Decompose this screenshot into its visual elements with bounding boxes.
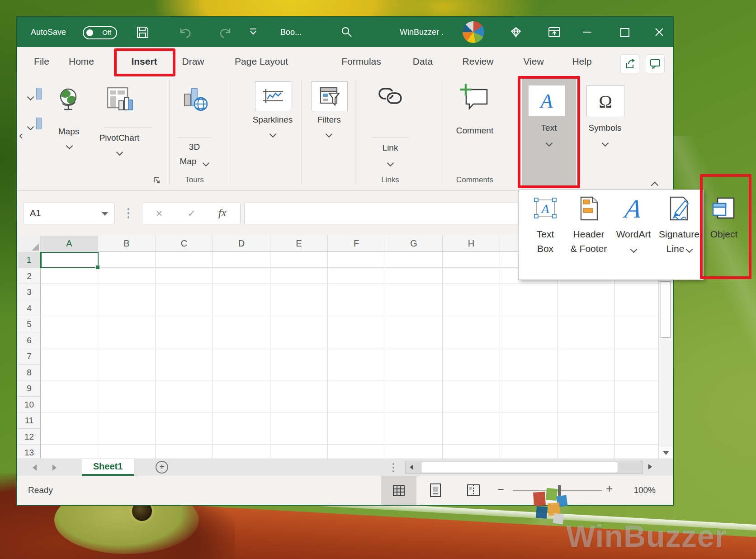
3d-map-label-line2[interactable]: Map xyxy=(175,156,202,166)
row-header[interactable]: 13 xyxy=(18,445,41,459)
name-box-dropdown-icon[interactable] xyxy=(102,212,108,216)
tab-file[interactable]: File xyxy=(31,47,52,76)
name-box[interactable]: A1 xyxy=(23,203,115,224)
menu-item-header-footer[interactable]: Header & Footer xyxy=(567,190,610,280)
3d-map-label-line1[interactable]: 3D xyxy=(181,142,208,152)
chevron-down-icon[interactable] xyxy=(28,93,33,101)
symbols-label[interactable]: Symbols xyxy=(584,123,626,133)
cancel-icon[interactable]: × xyxy=(156,207,162,220)
menu-item-wordart[interactable]: A WordArt xyxy=(612,190,655,280)
new-comment-icon[interactable] xyxy=(458,83,491,116)
column-header[interactable]: F xyxy=(328,236,385,252)
zoom-slider-thumb[interactable] xyxy=(558,485,561,496)
collapse-left-icon[interactable]: ‹ xyxy=(19,128,23,142)
row-header[interactable]: 12 xyxy=(18,429,41,445)
row-header[interactable]: 8 xyxy=(18,365,41,381)
minimize-icon[interactable] xyxy=(583,32,591,33)
row-header[interactable]: 10 xyxy=(18,397,41,413)
ribbon-display-options-icon[interactable] xyxy=(548,26,561,40)
chevron-down-icon[interactable] xyxy=(28,123,33,131)
column-header[interactable]: E xyxy=(270,236,328,252)
worksheet-grid[interactable]: 1 2 3 4 5 6 7 8 9 10 11 12 13 xyxy=(18,252,658,459)
undo-icon[interactable] xyxy=(178,26,193,41)
row-header[interactable]: 4 xyxy=(18,300,41,317)
tab-splitter-handle[interactable] xyxy=(392,462,394,473)
zoom-out-button[interactable]: − xyxy=(497,483,504,497)
sparklines-icon[interactable] xyxy=(255,81,291,111)
collapse-ribbon-icon[interactable] xyxy=(652,182,657,190)
share-button[interactable] xyxy=(620,54,639,73)
menu-item-text-box[interactable]: A Text Box xyxy=(524,190,567,280)
fill-handle[interactable] xyxy=(95,265,100,270)
active-cell-a1[interactable] xyxy=(41,252,99,268)
sheet-nav-prev-icon[interactable] xyxy=(33,464,37,471)
insert-function-icon[interactable]: fx xyxy=(218,207,226,219)
3d-map-icon[interactable] xyxy=(181,85,209,115)
autosave-toggle[interactable]: Off xyxy=(83,26,117,39)
user-name[interactable]: WinBuzzer . xyxy=(400,17,444,47)
zoom-level[interactable]: 100% xyxy=(623,485,656,495)
new-sheet-button[interactable]: + xyxy=(156,461,168,474)
select-all-corner[interactable] xyxy=(18,236,41,252)
row-header[interactable]: 3 xyxy=(18,284,41,300)
comment-label[interactable]: Comment xyxy=(454,126,496,136)
row-header[interactable]: 2 xyxy=(18,268,41,284)
row-header[interactable]: 7 xyxy=(18,348,41,365)
menu-item-signature-line[interactable]: Signature Line xyxy=(657,190,701,280)
tab-view[interactable]: View xyxy=(516,47,551,76)
zoom-in-button[interactable]: + xyxy=(606,482,613,496)
maps-label[interactable]: Maps xyxy=(51,127,87,137)
tab-help[interactable]: Help xyxy=(566,47,598,76)
vertical-scrollbar[interactable] xyxy=(658,252,673,459)
column-header[interactable]: C xyxy=(156,236,213,252)
link-icon[interactable] xyxy=(376,81,405,113)
row-header[interactable]: 11 xyxy=(18,412,41,429)
tab-review[interactable]: Review xyxy=(457,47,499,76)
link-label[interactable]: Link xyxy=(377,143,404,153)
view-page-layout-button[interactable] xyxy=(428,483,443,500)
premium-diamond-icon[interactable] xyxy=(510,26,522,40)
close-icon[interactable] xyxy=(655,28,664,38)
quick-access-chevron-icon[interactable] xyxy=(249,28,258,38)
tab-data[interactable]: Data xyxy=(408,47,438,76)
scroll-down-button[interactable] xyxy=(659,447,673,459)
pivotchart-label[interactable]: PivotChart xyxy=(93,133,146,143)
column-header[interactable]: D xyxy=(213,236,270,252)
sheet-tab-sheet1[interactable]: Sheet1 xyxy=(82,459,134,476)
pivotchart-icon[interactable] xyxy=(106,86,134,115)
comments-button[interactable] xyxy=(646,54,665,73)
column-header[interactable]: H xyxy=(443,236,500,252)
redo-icon[interactable] xyxy=(218,26,232,41)
scroll-right-icon[interactable] xyxy=(648,464,652,469)
vertical-scrollbar-thumb[interactable] xyxy=(661,281,671,338)
search-icon[interactable] xyxy=(341,26,353,40)
row-header[interactable]: 9 xyxy=(18,380,41,397)
sheet-nav-next-icon[interactable] xyxy=(52,464,57,471)
row-header[interactable]: 6 xyxy=(18,332,41,349)
tab-page-layout[interactable]: Page Layout xyxy=(224,47,298,76)
tab-draw[interactable]: Draw xyxy=(178,47,208,76)
dialog-launcher-icon[interactable] xyxy=(153,176,161,186)
avatar[interactable] xyxy=(463,21,484,43)
filters-icon[interactable] xyxy=(312,81,348,111)
filters-label[interactable]: Filters xyxy=(307,115,351,125)
maps-icon[interactable] xyxy=(56,86,82,115)
enter-icon[interactable]: ✓ xyxy=(188,208,196,219)
row-header-selected[interactable]: 1 xyxy=(18,252,41,268)
column-header[interactable]: G xyxy=(385,236,443,252)
tab-formulas[interactable]: Formulas xyxy=(332,47,391,76)
view-normal-button[interactable] xyxy=(381,476,416,505)
maximize-icon[interactable] xyxy=(620,28,629,37)
column-header[interactable]: B xyxy=(98,236,156,252)
view-page-break-button[interactable] xyxy=(466,483,481,500)
tab-home[interactable]: Home xyxy=(65,47,98,76)
formula-bar-handle[interactable] xyxy=(128,207,129,219)
horizontal-scrollbar-thumb[interactable] xyxy=(421,462,618,473)
scroll-left-icon[interactable] xyxy=(410,464,413,470)
column-header-selected[interactable]: A xyxy=(41,236,98,252)
symbols-icon[interactable]: Ω xyxy=(586,85,624,117)
sparklines-label[interactable]: Sparklines xyxy=(246,115,299,125)
horizontal-scrollbar[interactable] xyxy=(405,461,643,474)
row-header[interactable]: 5 xyxy=(18,316,41,332)
save-icon[interactable] xyxy=(136,25,149,41)
